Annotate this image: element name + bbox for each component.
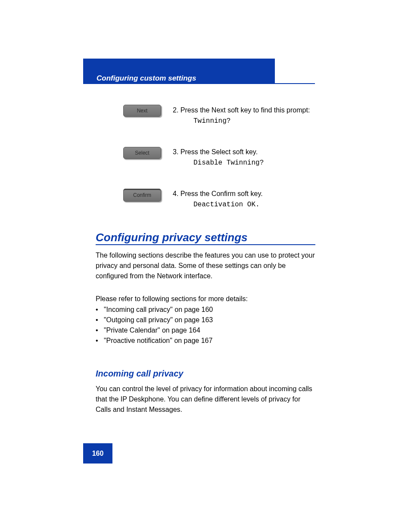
header-section-label: Configuring custom settings <box>97 74 196 83</box>
header-rule <box>83 83 315 84</box>
step-2-prompt: Twinning? <box>193 116 230 126</box>
softkey-select: Select <box>123 147 161 159</box>
bullet-icon: • <box>96 327 104 334</box>
list-item-3-text: "Private Calendar" on page 164 <box>104 327 200 334</box>
softkey-next: Next <box>123 105 161 117</box>
list-intro: Please refer to following sections for m… <box>96 294 315 304</box>
step-3-line1: 3. Press the Select soft key. <box>173 148 258 156</box>
step-4-line1: 4. Press the Confirm soft key. <box>173 190 263 197</box>
list-item-1: • "Incoming call privacy" on page 160 <box>96 305 315 315</box>
step-2-line1: 2. Press the Next soft key to find this … <box>173 106 310 114</box>
subsection-para: You can control the level of privacy for… <box>96 384 315 415</box>
softkey-confirm: Confirm <box>123 189 161 202</box>
section-heading-privacy: Configuring privacy settings <box>96 231 248 244</box>
page-number: 160 <box>83 443 112 464</box>
step-3-text: 3. Press the Select soft key. Disable Tw… <box>173 147 319 168</box>
bullet-icon: • <box>96 337 104 344</box>
step-4-prompt: Deactivation OK. <box>193 199 260 210</box>
list-item-4-text: "Proactive notification" on page 167 <box>104 337 212 344</box>
step-4-text: 4. Press the Confirm soft key. Deactivat… <box>173 189 319 210</box>
list-item-3: • "Private Calendar" on page 164 <box>96 325 315 336</box>
document-page: Configuring custom settings Next 2. Pres… <box>0 0 411 532</box>
list-item-4: • "Proactive notification" on page 167 <box>96 336 315 346</box>
section-heading-rule <box>96 244 315 245</box>
list-item-1-text: "Incoming call privacy" on page 160 <box>104 306 213 313</box>
subsection-heading-incoming: Incoming call privacy <box>96 369 183 379</box>
bullet-icon: • <box>96 306 104 313</box>
list-item-2: • "Outgoing call privacy" on page 163 <box>96 315 315 325</box>
section-para: The following sections describe the feat… <box>96 250 315 281</box>
step-2-text: 2. Press the Next soft key to find this … <box>173 105 319 126</box>
bullet-icon: • <box>96 316 104 324</box>
step-3-prompt: Disable Twinning? <box>193 158 264 168</box>
list-item-2-text: "Outgoing call privacy" on page 163 <box>104 316 213 324</box>
